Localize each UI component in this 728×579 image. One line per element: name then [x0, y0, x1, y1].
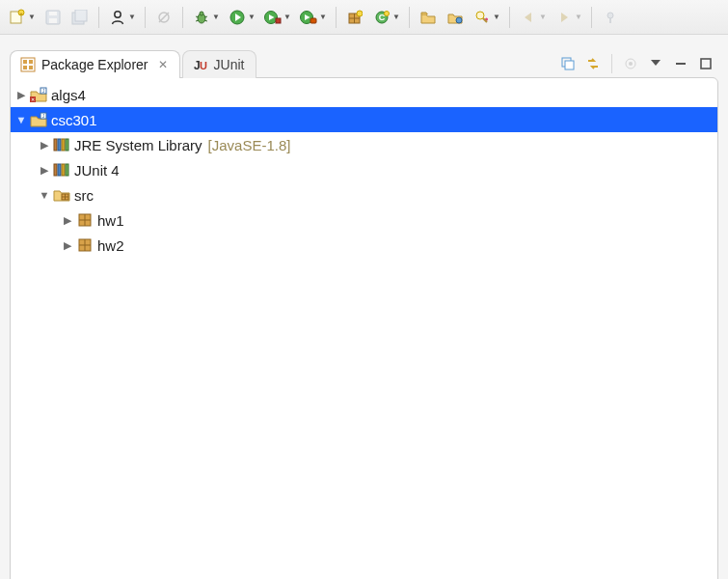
svg-point-33 [476, 12, 484, 19]
tab-package-explorer[interactable]: Package Explorer ✕ [10, 50, 180, 78]
collapse-all-button[interactable] [559, 55, 577, 72]
view-area: Package Explorer ✕ JU JUnit [0, 35, 728, 579]
back-button[interactable]: ▼ [517, 4, 549, 31]
class-icon: C [372, 8, 391, 27]
run-external-icon [299, 8, 318, 27]
coverage-button[interactable]: ▼ [261, 4, 293, 31]
dropdown-arrow-icon: ▼ [28, 13, 36, 21]
dropdown-arrow-icon: ▼ [539, 13, 547, 21]
focus-task-button[interactable] [622, 55, 639, 72]
dropdown-arrow-icon: ▼ [212, 13, 220, 21]
save-icon [43, 8, 63, 27]
minimize-button[interactable] [672, 55, 689, 72]
maximize-button[interactable] [697, 55, 715, 72]
svg-point-8 [115, 11, 121, 16]
project-tree[interactable]: ▶ J✕ algs4 ▼ J csc301 ▶ JRE System Libra… [11, 78, 717, 262]
skip-breakpoints-button[interactable] [152, 4, 175, 31]
bug-icon [192, 8, 211, 27]
java-project-error-icon: J✕ [30, 86, 47, 103]
svg-rect-63 [66, 139, 68, 151]
tree-src-folder[interactable]: ▼ src [11, 182, 717, 207]
tab-label: JUnit [214, 57, 245, 72]
search-icon [472, 8, 492, 27]
expand-icon[interactable]: ▶ [61, 214, 74, 227]
svg-text:+: + [19, 10, 23, 15]
expand-icon[interactable]: ▶ [38, 139, 51, 152]
open-type-button[interactable] [417, 4, 440, 31]
package-icon [76, 211, 94, 229]
svg-rect-4 [49, 12, 57, 15]
person-icon [108, 8, 127, 27]
expand-icon[interactable]: ▶ [61, 239, 74, 252]
tab-junit[interactable]: JU JUnit [182, 50, 257, 78]
forward-button[interactable]: ▼ [553, 4, 584, 31]
run-button[interactable]: ▼ [226, 4, 257, 31]
svg-rect-61 [58, 139, 61, 151]
view-menu-button[interactable] [647, 55, 664, 72]
svg-rect-41 [23, 60, 27, 64]
svg-marker-36 [525, 13, 531, 22]
tree-package-hw2[interactable]: ▶ hw2 [11, 233, 717, 258]
tree-label: hw2 [97, 237, 124, 254]
svg-rect-66 [62, 164, 65, 176]
svg-rect-62 [62, 139, 65, 151]
tree-project-algs4[interactable]: ▶ J✕ algs4 [11, 82, 717, 107]
tree-jre-library[interactable]: ▶ JRE System Library [JavaSE-1.8] [11, 132, 717, 157]
folder-task-icon [445, 8, 465, 27]
view-toolbar [559, 54, 718, 77]
main-toolbar: + ▼ ▼ ▼ ▼ [0, 0, 728, 35]
save-button[interactable] [41, 4, 65, 31]
pin-button[interactable] [599, 4, 622, 31]
toolbar-separator [509, 7, 510, 28]
perspective-button[interactable]: ▼ [106, 4, 138, 31]
external-tools-button[interactable]: ▼ [297, 4, 329, 31]
package-icon [76, 236, 94, 254]
svg-rect-42 [29, 60, 33, 64]
svg-rect-48 [565, 61, 574, 69]
collapse-icon[interactable]: ▼ [38, 189, 51, 201]
save-all-button[interactable] [68, 4, 92, 31]
tree-package-hw1[interactable]: ▶ hw1 [11, 207, 717, 233]
dropdown-arrow-icon: ▼ [283, 13, 291, 21]
dropdown-arrow-icon: ▼ [392, 13, 400, 21]
svg-rect-5 [49, 18, 57, 23]
close-icon[interactable]: ✕ [158, 58, 168, 71]
search-button[interactable]: ▼ [471, 4, 502, 31]
open-task-button[interactable] [444, 4, 467, 31]
debug-button[interactable]: ▼ [190, 4, 222, 31]
svg-point-50 [629, 62, 633, 66]
tree-junit-library[interactable]: ▶ JUnit 4 [11, 157, 717, 182]
svg-rect-52 [676, 63, 686, 65]
svg-rect-64 [54, 164, 57, 176]
svg-rect-43 [23, 66, 27, 69]
forward-icon [554, 8, 574, 27]
source-folder-icon [53, 186, 70, 204]
save-all-icon [70, 8, 90, 27]
tree-label: hw1 [97, 212, 124, 229]
dropdown-arrow-icon: ▼ [319, 13, 327, 21]
tab-bar: Package Explorer ✕ JU JUnit [10, 44, 718, 77]
collapse-icon[interactable]: ▼ [14, 114, 28, 125]
svg-point-32 [456, 17, 462, 23]
svg-rect-44 [29, 66, 33, 69]
new-package-button[interactable] [343, 4, 366, 31]
svg-marker-37 [561, 13, 568, 22]
library-icon [53, 136, 70, 153]
back-icon [519, 8, 538, 27]
tree-label: JUnit 4 [74, 162, 120, 179]
tree-project-csc301[interactable]: ▼ J csc301 [11, 107, 717, 132]
expand-icon[interactable]: ▶ [14, 89, 28, 101]
link-editor-button[interactable] [584, 55, 602, 72]
folder-open-icon [418, 8, 438, 27]
new-class-button[interactable]: C ▼ [370, 4, 402, 31]
package-explorer-icon [20, 57, 36, 72]
toolbar-separator [591, 7, 592, 28]
new-button[interactable]: + ▼ [6, 4, 38, 31]
svg-rect-60 [54, 139, 57, 151]
svg-rect-67 [66, 164, 68, 176]
toolbar-separator [611, 54, 612, 73]
dropdown-arrow-icon: ▼ [493, 13, 500, 21]
pin-icon [601, 8, 620, 27]
tree-label-suffix: [JavaSE-1.8] [208, 137, 291, 153]
expand-icon[interactable]: ▶ [38, 164, 51, 177]
